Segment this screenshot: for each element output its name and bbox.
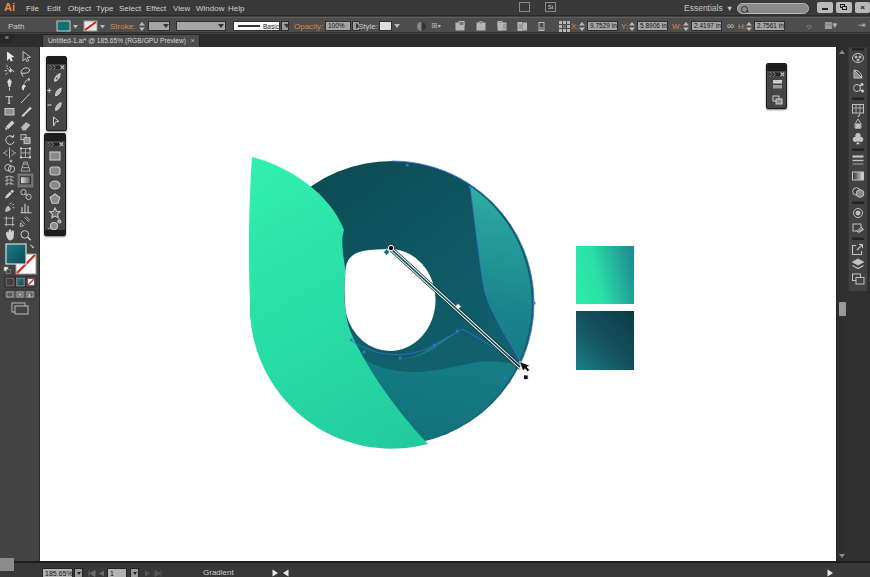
svg-text:T: T	[6, 94, 13, 106]
svg-text:Basic: Basic	[263, 22, 280, 29]
